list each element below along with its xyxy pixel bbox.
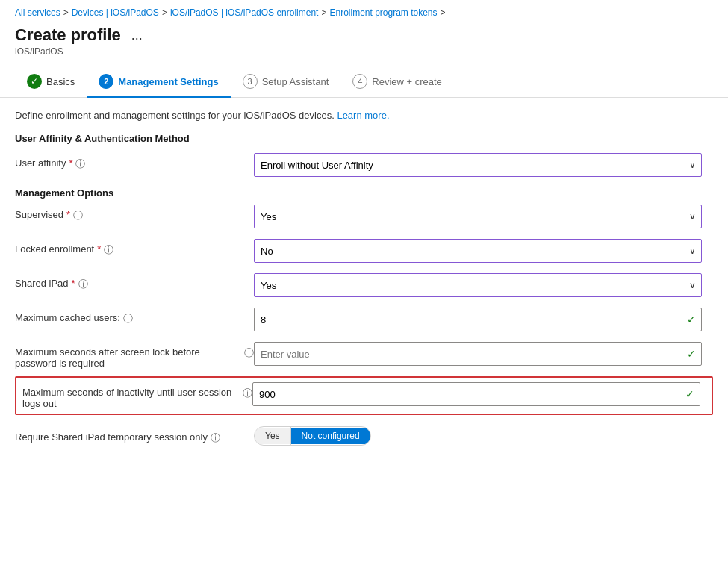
require-shared-ipad-label: Require Shared iPad temporary session on… [15,427,254,445]
locked-enrollment-select-wrapper: No Yes ∨ [254,239,702,263]
max-cached-users-input[interactable] [254,308,702,331]
shared-ipad-info-icon[interactable]: ⓘ [78,278,88,291]
require-shared-ipad-info-icon[interactable]: ⓘ [211,431,220,445]
toggle-group: Yes Not configured [254,426,371,446]
max-cached-users-label: Maximum cached users: ⓘ [15,308,254,325]
max-cached-users-row: Maximum cached users: ⓘ ✓ [15,308,713,334]
breadcrumb-devices[interactable]: Devices | iOS/iPadOS [72,7,159,18]
supervised-select[interactable]: Yes No [254,205,702,228]
check-icon: ✓ [687,314,696,325]
required-marker: * [66,209,70,220]
max-cached-users-control: ✓ [254,308,702,331]
max-seconds-screen-lock-info-icon[interactable]: ⓘ [244,346,254,360]
check-icon: ✓ [685,388,694,400]
tab-basics[interactable]: ✓ Basics [15,68,87,98]
locked-enrollment-row: Locked enrollment * ⓘ No Yes ∨ [15,239,713,266]
required-marker: * [69,158,72,169]
max-seconds-inactivity-input[interactable] [252,382,700,406]
max-seconds-screen-lock-input[interactable] [254,342,702,366]
max-seconds-inactivity-label: Maximum seconds of inactivity until user… [22,382,252,409]
tab-check-basics: ✓ [27,74,42,89]
supervised-control: Yes No ∨ [254,205,702,228]
shared-ipad-row: Shared iPad * ⓘ Yes No ∨ [15,273,713,300]
ellipsis-button[interactable]: ... [127,26,147,45]
section2-title: Management Options [15,187,713,199]
tab-label-setup: Setup Assistant [262,76,329,87]
user-affinity-info-icon[interactable]: ⓘ [75,158,85,171]
page-title: Create profile [15,25,121,45]
supervised-row: Supervised * ⓘ Yes No ∨ [15,205,713,231]
max-seconds-screen-lock-input-wrapper: ✓ [254,342,702,366]
user-affinity-select[interactable]: Enroll without User Affinity Enroll with… [254,153,702,177]
max-cached-users-input-wrapper: ✓ [254,308,702,331]
description-text: Define enrollment and management setting… [15,110,713,121]
section1-title: User Affinity & Authentication Method [15,133,713,144]
max-seconds-screen-lock-control: ✓ [254,342,702,366]
shared-ipad-control: Yes No ∨ [254,273,702,297]
toggle-not-configured-button[interactable]: Not configured [291,428,370,444]
tab-label-review: Review + create [372,76,442,87]
max-cached-users-info-icon[interactable]: ⓘ [123,312,133,325]
page-subtitle: iOS/iPadOS [0,46,728,67]
content-area: Define enrollment and management setting… [0,98,728,469]
breadcrumb: All services > Devices | iOS/iPadOS > iO… [0,0,728,22]
max-seconds-inactivity-highlighted-row: Maximum seconds of inactivity until user… [15,376,713,415]
supervised-label: Supervised * ⓘ [15,205,254,222]
user-affinity-row: User affinity * ⓘ Enroll without User Af… [15,153,713,180]
breadcrumb-tokens[interactable]: Enrollment program tokens [329,7,437,18]
locked-enrollment-control: No Yes ∨ [254,239,702,263]
tab-circle-management: 2 [99,74,113,89]
check-icon: ✓ [687,348,696,360]
max-seconds-screen-lock-row: Maximum seconds after screen lock before… [15,342,713,369]
tab-circle-review: 4 [352,74,367,89]
tab-label-management: Management Settings [118,76,218,87]
tab-circle-setup: 3 [243,74,258,89]
learn-more-link[interactable]: Learn more. [337,110,389,121]
toggle-yes-button[interactable]: Yes [255,428,290,444]
tab-review[interactable]: 4 Review + create [340,68,454,98]
max-seconds-inactivity-control: ✓ [252,382,700,406]
page-header: Create profile ... [0,22,728,46]
max-seconds-screen-lock-label: Maximum seconds after screen lock before… [15,342,254,369]
tab-setup[interactable]: 3 Setup Assistant [231,68,341,98]
user-affinity-label: User affinity * ⓘ [15,153,254,171]
locked-enrollment-label: Locked enrollment * ⓘ [15,239,254,257]
shared-ipad-label: Shared iPad * ⓘ [15,273,254,291]
breadcrumb-all-services[interactable]: All services [15,7,60,18]
supervised-select-wrapper: Yes No ∨ [254,205,702,228]
breadcrumb-enrollment[interactable]: iOS/iPadOS | iOS/iPadOS enrollment [170,7,319,18]
shared-ipad-select-wrapper: Yes No ∨ [254,273,702,297]
require-shared-ipad-control: Yes Not configured [254,426,702,446]
user-affinity-select-wrapper: Enroll without User Affinity Enroll with… [254,153,702,177]
required-marker: * [72,278,75,289]
require-shared-ipad-row: Require Shared iPad temporary session on… [15,423,713,449]
max-seconds-inactivity-info-icon[interactable]: ⓘ [243,387,252,400]
tab-management[interactable]: 2 Management Settings [87,68,230,98]
locked-enrollment-select[interactable]: No Yes [254,239,702,263]
shared-ipad-select[interactable]: Yes No [254,273,702,297]
max-seconds-inactivity-input-wrapper: ✓ [252,382,700,406]
tab-label-basics: Basics [46,76,75,87]
locked-enrollment-info-icon[interactable]: ⓘ [104,243,113,257]
supervised-info-icon[interactable]: ⓘ [73,209,83,222]
tabs-container: ✓ Basics 2 Management Settings 3 Setup A… [0,67,728,98]
required-marker: * [97,243,101,255]
user-affinity-control: Enroll without User Affinity Enroll with… [254,153,702,177]
